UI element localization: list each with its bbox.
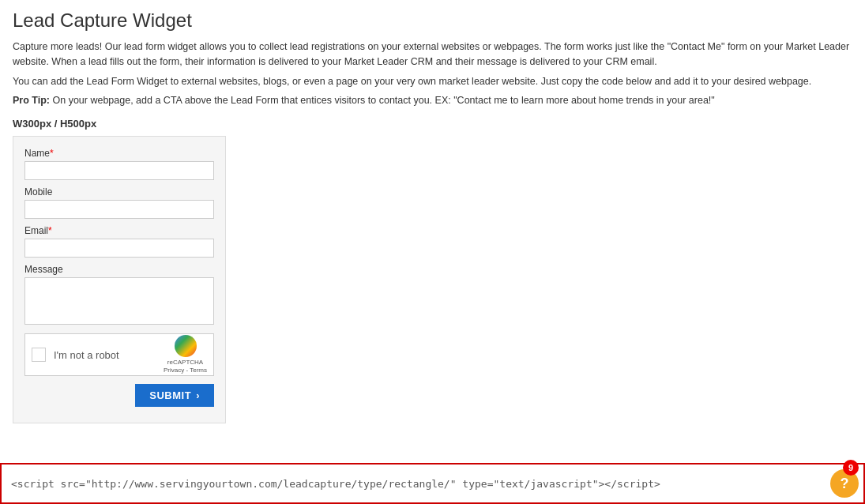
code-snippet-text: <script src="http://www.servingyourtown.… (11, 478, 854, 490)
captcha-logo: reCAPTCHA Privacy - Terms (164, 335, 207, 374)
pro-tip-text: On your webpage, add a CTA above the Lea… (52, 95, 714, 106)
recaptcha-icon (175, 335, 197, 357)
name-group: Name* (24, 148, 214, 180)
help-icon: ? (841, 476, 849, 492)
mobile-input[interactable] (24, 200, 214, 219)
widget-preview: Name* Mobile Email* Message I'm not a ro… (13, 136, 226, 423)
notification-badge: 9 (843, 460, 859, 476)
email-group: Email* (24, 225, 214, 258)
description-para-2: You can add the Lead Form Widget to exte… (13, 74, 852, 89)
submit-arrow-icon: › (196, 389, 200, 401)
mobile-label: Mobile (24, 186, 214, 197)
name-label: Name* (24, 148, 214, 159)
message-label: Message (24, 264, 214, 275)
submit-button[interactable]: SUBMIT › (135, 384, 214, 407)
email-input[interactable] (24, 239, 214, 258)
recaptcha-text: reCAPTCHA Privacy - Terms (164, 359, 207, 374)
submit-label: SUBMIT (149, 389, 191, 401)
captcha-box: I'm not a robot reCAPTCHA Privacy - Term… (24, 333, 214, 376)
page-title: Lead Capture Widget (13, 9, 852, 32)
captcha-label: I'm not a robot (54, 349, 164, 361)
code-bar: <script src="http://www.servingyourtown.… (0, 463, 865, 504)
captcha-checkbox[interactable] (32, 348, 46, 362)
name-required-marker: * (50, 148, 54, 159)
email-required-marker: * (48, 225, 52, 236)
submit-row: SUBMIT › (24, 384, 214, 407)
notification-count: 9 (848, 463, 853, 472)
mobile-group: Mobile (24, 186, 214, 219)
message-textarea[interactable] (24, 277, 214, 325)
message-group: Message (24, 264, 214, 327)
email-label: Email* (24, 225, 214, 236)
pro-tip: Pro Tip: On your webpage, add a CTA abov… (13, 93, 852, 108)
main-content: Lead Capture Widget Capture more leads! … (0, 0, 865, 487)
name-input[interactable] (24, 161, 214, 180)
description-para-1: Capture more leads! Our lead form widget… (13, 39, 852, 70)
widget-size-label: W300px / H500px (13, 118, 852, 130)
pro-tip-label: Pro Tip: (13, 95, 50, 106)
